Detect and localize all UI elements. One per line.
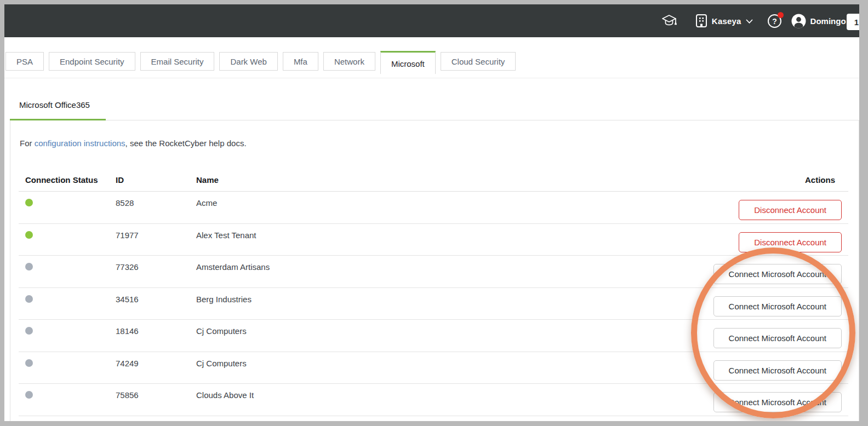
row-id: 77326	[116, 262, 139, 273]
organization-selector[interactable]: Kaseya	[695, 14, 753, 28]
row-name: Berg Industries	[196, 294, 252, 305]
column-header-name: Name	[196, 175, 219, 186]
subtab-active-underline	[10, 119, 106, 120]
main-tab-label: Microsoft	[391, 59, 425, 68]
main-tab[interactable]: Endpoint Security	[49, 52, 135, 71]
building-icon	[695, 14, 708, 28]
main-tab[interactable]: Dark Web	[219, 52, 277, 71]
row-action-button[interactable]: Connect Microsoft Account	[713, 328, 842, 348]
row-id: 74249	[116, 358, 139, 369]
app-window: Kaseya ?	[4, 4, 859, 421]
main-tab[interactable]: PSA	[5, 52, 44, 71]
organization-name: Kaseya	[712, 16, 741, 26]
accounts-table: Connection Status ID Name Actions 8528 A…	[19, 169, 848, 421]
configuration-instructions-link[interactable]: configuration instructions	[35, 139, 125, 148]
user-menu[interactable]: Domingo P.	[791, 14, 855, 28]
row-id: 71977	[116, 230, 139, 241]
main-tab-label: Endpoint Security	[60, 57, 124, 66]
column-header-connection-status: Connection Status	[25, 175, 98, 186]
main-tab-bar: PSA Endpoint Security Email Security Dar…	[5, 52, 516, 74]
table-row: 51916 C Connect Microsoft Account	[19, 416, 848, 422]
main-tab-label: Cloud Security	[452, 57, 505, 66]
row-id: 8528	[116, 198, 134, 209]
content-panel: For configuration instructions, see the …	[10, 120, 859, 421]
row-action-button[interactable]: Connect Microsoft Account	[713, 296, 842, 316]
row-id: 18146	[116, 326, 139, 337]
row-action-button[interactable]: Disconnect Account	[739, 232, 842, 252]
main-tab[interactable]: Cloud Security	[441, 52, 516, 71]
connection-status-dot	[25, 263, 33, 270]
table-row: 75856 Clouds Above It Connect Microsoft …	[19, 384, 848, 416]
table-row: 34516 Berg Industries Connect Microsoft …	[19, 288, 848, 320]
main-tab-label: Dark Web	[230, 57, 266, 66]
row-name: Cj Computers	[196, 326, 247, 337]
connection-status-dot	[25, 391, 33, 399]
table-body: 8528 Acme Disconnect Account 71977 Alex …	[19, 192, 848, 421]
top-navigation-bar: Kaseya ?	[4, 4, 859, 37]
connection-status-dot	[25, 359, 33, 367]
main-tab[interactable]: Microsoft	[380, 51, 436, 74]
avatar-icon	[791, 14, 806, 28]
table-row: 77326 Amsterdam Artisans Connect Microso…	[19, 256, 848, 288]
notification-dot	[778, 12, 784, 18]
configuration-help-text: For configuration instructions, see the …	[20, 138, 247, 149]
connection-status-dot	[25, 295, 33, 303]
row-action-button[interactable]: Connect Microsoft Account	[713, 264, 842, 284]
main-tab-label: Email Security	[151, 57, 204, 66]
main-tab-label: PSA	[16, 57, 33, 66]
chevron-down-icon	[746, 19, 753, 24]
row-action-button[interactable]: Disconnect Account	[739, 200, 842, 220]
help-text-suffix: , see the RocketCyber help docs.	[125, 139, 247, 148]
main-tab[interactable]: Mfa	[283, 52, 318, 71]
row-name: Alex Test Tenant	[196, 230, 256, 241]
graduation-cap-icon[interactable]	[661, 14, 677, 28]
help-text-prefix: For	[20, 139, 35, 148]
row-name: Clouds Above It	[196, 390, 254, 401]
table-row: 8528 Acme Disconnect Account	[19, 192, 848, 224]
table-row: 74249 Cj Computers Connect Microsoft Acc…	[19, 352, 848, 384]
connection-status-dot	[25, 327, 33, 335]
table-row: 71977 Alex Test Tenant Disconnect Accoun…	[19, 224, 848, 256]
main-tab[interactable]: Email Security	[140, 52, 215, 71]
main-tab[interactable]: Network	[323, 52, 375, 71]
svg-text:?: ?	[772, 16, 777, 25]
connection-status-dot	[25, 199, 33, 206]
row-action-button[interactable]: Connect Microsoft Account	[713, 360, 842, 381]
table-header-row: Connection Status ID Name Actions	[19, 169, 848, 192]
row-id: 34516	[116, 294, 139, 305]
main-tab-label: Network	[334, 57, 364, 66]
main-tab-label: Mfa	[294, 57, 307, 66]
column-header-actions: Actions	[805, 175, 835, 186]
column-header-id: ID	[116, 175, 124, 186]
connection-status-dot	[25, 231, 33, 239]
row-action-button[interactable]: Connect Microsoft Account	[713, 392, 842, 412]
table-row: 18146 Cj Computers Connect Microsoft Acc…	[19, 320, 848, 352]
tabbar-divider	[4, 78, 859, 78]
row-name: Amsterdam Artisans	[196, 262, 270, 273]
row-name: Cj Computers	[196, 358, 247, 369]
edge-badge[interactable]: 1	[847, 14, 859, 30]
subtab-microsoft-office365[interactable]: Microsoft Office365	[19, 100, 90, 111]
row-id: 75856	[116, 390, 139, 401]
help-button[interactable]: ?	[767, 14, 782, 28]
row-name: Acme	[196, 198, 217, 209]
